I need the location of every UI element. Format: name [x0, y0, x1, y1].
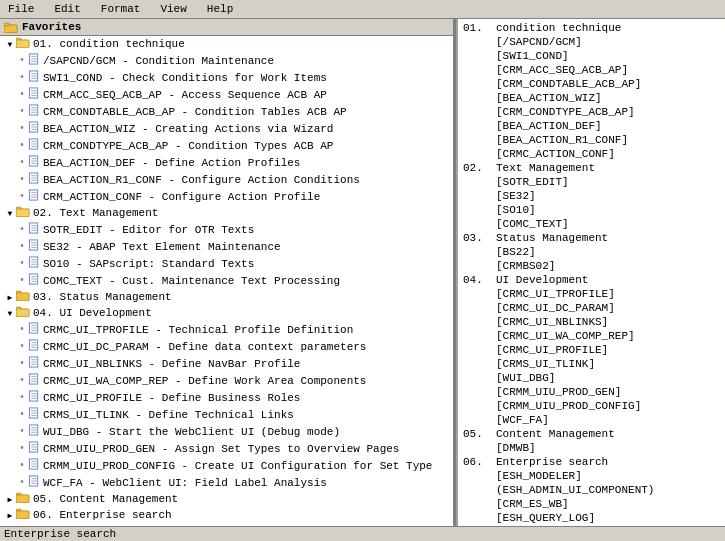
doc-icon [28, 273, 40, 288]
doc-icon [28, 441, 40, 456]
code-line: [SE32] [463, 189, 721, 203]
expand-icon: • [16, 174, 28, 186]
tree-item-prodconf[interactable]: •CRMM_UIU_PROD_CONFIG - Create UI Config… [0, 457, 453, 474]
code-line: [BEA_ACTION_WIZ] [463, 91, 721, 105]
tree-item-label: CRM_CONDTYPE_ACB_AP - Condition Types AC… [43, 140, 333, 152]
menu-file[interactable]: File [4, 2, 38, 16]
tree-item-label: 04. UI Development [33, 307, 152, 319]
tree-item-label: CRMC_UI_DC_PARAM - Define data context p… [43, 341, 366, 353]
doc-icon [28, 458, 40, 473]
tree-item-sotr[interactable]: •SOTR_EDIT - Editor for OTR Texts [0, 221, 453, 238]
tree-item-beawiz[interactable]: •BEA_ACTION_WIZ - Creating Actions via W… [0, 120, 453, 137]
menu-format[interactable]: Format [97, 2, 145, 16]
code-line: [ESH_MODELER] [463, 469, 721, 483]
tree-item-group05[interactable]: ▶05. Content Management [0, 491, 453, 507]
tree-item-swi1cond[interactable]: •SWI1_COND - Check Conditions for Work I… [0, 69, 453, 86]
code-line: [WCF_FA] [463, 413, 721, 427]
svg-rect-61 [16, 309, 29, 317]
expand-icon: ▶ [4, 509, 16, 521]
expand-icon: • [16, 409, 28, 421]
tree-item-bearconf[interactable]: •BEA_ACTION_R1_CONF - Configure Action C… [0, 171, 453, 188]
doc-icon [28, 138, 40, 153]
tree-item-label: 06. Enterprise search [33, 509, 172, 521]
tree-item-label: WCF_FA - WebClient UI: Field Label Analy… [43, 477, 327, 489]
code-line: [/SAPCND/GCM] [463, 35, 721, 49]
expand-icon: ▼ [4, 307, 16, 319]
code-line: [CRMC_UI_WA_COMP_REP] [463, 329, 721, 343]
tree-item-nblinks[interactable]: •CRMC_UI_NBLINKS - Define NavBar Profile [0, 355, 453, 372]
svg-rect-3 [16, 40, 29, 48]
tree-item-group02[interactable]: ▼02. Text Management [0, 205, 453, 221]
svg-rect-1 [4, 23, 9, 26]
tree-item-prodgen[interactable]: •CRMM_UIU_PROD_GEN - Assign Set Types to… [0, 440, 453, 457]
expand-icon: • [16, 224, 28, 236]
menubar: File Edit Format View Help [0, 0, 725, 19]
tree-item-crmcond[interactable]: •CRM_CONDTABLE_ACB_AP - Condition Tables… [0, 103, 453, 120]
tree-item-group04[interactable]: ▼04. UI Development [0, 305, 453, 321]
code-line: [SO10] [463, 203, 721, 217]
tree-item-label: CRMM_UIU_PROD_GEN - Assign Set Types to … [43, 443, 399, 455]
tree-item-label: 03. Status Management [33, 291, 172, 303]
tree-item-label: /SAPCND/GCM - Condition Maintenance [43, 55, 274, 67]
tree-item-label: 01. condition technique [33, 38, 185, 50]
folder-icon [16, 508, 30, 522]
code-line: 02. Text Management [463, 161, 721, 175]
tree-item-wacomp[interactable]: •CRMC_UI_WA_COMP_REP - Define Work Area … [0, 372, 453, 389]
code-line: 06. Enterprise search [463, 455, 721, 469]
tree-item-tlink[interactable]: •CRMS_UI_TLINK - Define Technical Links [0, 406, 453, 423]
status-bar: Enterprise search [0, 526, 725, 541]
code-line: [BEA_ACTION_R1_CONF] [463, 133, 721, 147]
folder-icon [16, 290, 30, 304]
tree-item-dcparam[interactable]: •CRMC_UI_DC_PARAM - Define data context … [0, 338, 453, 355]
doc-icon [28, 407, 40, 422]
tree-item-sapcnd[interactable]: •/SAPCND/GCM - Condition Maintenance [0, 52, 453, 69]
tree-item-uiprofile[interactable]: •CRMC_UI_PROFILE - Define Business Roles [0, 389, 453, 406]
doc-icon [28, 87, 40, 102]
expand-icon: • [16, 375, 28, 387]
right-panel: 01. condition technique [/SAPCND/GCM] [S… [459, 19, 725, 526]
tree-item-label: CRMS_UI_TLINK - Define Technical Links [43, 409, 294, 421]
tree-container: ▼01. condition technique•/SAPCND/GCM - C… [0, 36, 453, 523]
menu-help[interactable]: Help [203, 2, 237, 16]
doc-icon [28, 356, 40, 371]
code-line: [DMWB] [463, 441, 721, 455]
tree-item-label: 05. Content Management [33, 493, 178, 505]
expand-icon: • [16, 460, 28, 472]
tree-item-label: CRM_ACC_SEQ_ACB_AP - Access Sequence ACB… [43, 89, 327, 101]
expand-icon: • [16, 358, 28, 370]
tree-item-so10[interactable]: •SO10 - SAPscript: Standard Texts [0, 255, 453, 272]
tree-item-crmacc[interactable]: •CRM_ACC_SEQ_ACB_AP - Access Sequence AC… [0, 86, 453, 103]
tree-item-group01[interactable]: ▼01. condition technique [0, 36, 453, 52]
code-line: [CRMS_UI_TLINK] [463, 357, 721, 371]
tree-item-comc[interactable]: •COMC_TEXT - Cust. Maintenance Text Proc… [0, 272, 453, 289]
tree-item-label: CRMM_UIU_PROD_CONFIG - Create UI Configu… [43, 460, 432, 472]
menu-view[interactable]: View [156, 2, 190, 16]
tree-item-crmtype[interactable]: •CRM_CONDTYPE_ACB_AP - Condition Types A… [0, 137, 453, 154]
tree-item-label: BEA_ACTION_DEF - Define Action Profiles [43, 157, 300, 169]
tree-item-wuidbg[interactable]: •WUI_DBG - Start the WebClient UI (Debug… [0, 423, 453, 440]
code-line: [COMC_TEXT] [463, 217, 721, 231]
tree-item-tprofile[interactable]: •CRMC_UI_TPROFILE - Technical Profile De… [0, 321, 453, 338]
main-container: Favorites ▼01. condition technique•/SAPC… [0, 19, 725, 526]
doc-icon [28, 121, 40, 136]
code-line: [SOTR_EDIT] [463, 175, 721, 189]
expand-icon: • [16, 140, 28, 152]
expand-icon: • [16, 341, 28, 353]
doc-icon [28, 53, 40, 68]
code-line: 04. UI Development [463, 273, 721, 287]
left-panel: Favorites ▼01. condition technique•/SAPC… [0, 19, 455, 526]
tree-item-label: CRM_CONDTABLE_ACB_AP - Condition Tables … [43, 106, 347, 118]
menu-edit[interactable]: Edit [50, 2, 84, 16]
code-line: [CRMC_UI_DC_PARAM] [463, 301, 721, 315]
tree-item-crmconf[interactable]: •CRM_ACTION_CONF - Configure Action Prof… [0, 188, 453, 205]
svg-rect-103 [16, 495, 29, 503]
tree-item-group06[interactable]: ▶06. Enterprise search [0, 507, 453, 523]
tree-item-group03[interactable]: ▶03. Status Management [0, 289, 453, 305]
tree-item-wcffa[interactable]: •WCF_FA - WebClient UI: Field Label Anal… [0, 474, 453, 491]
tree-item-se32[interactable]: •SE32 - ABAP Text Element Maintenance [0, 238, 453, 255]
tree-item-beadef[interactable]: •BEA_ACTION_DEF - Define Action Profiles [0, 154, 453, 171]
folder-open-icon [16, 206, 30, 220]
doc-icon [28, 256, 40, 271]
tree-item-label: SOTR_EDIT - Editor for OTR Texts [43, 224, 254, 236]
doc-icon [28, 424, 40, 439]
